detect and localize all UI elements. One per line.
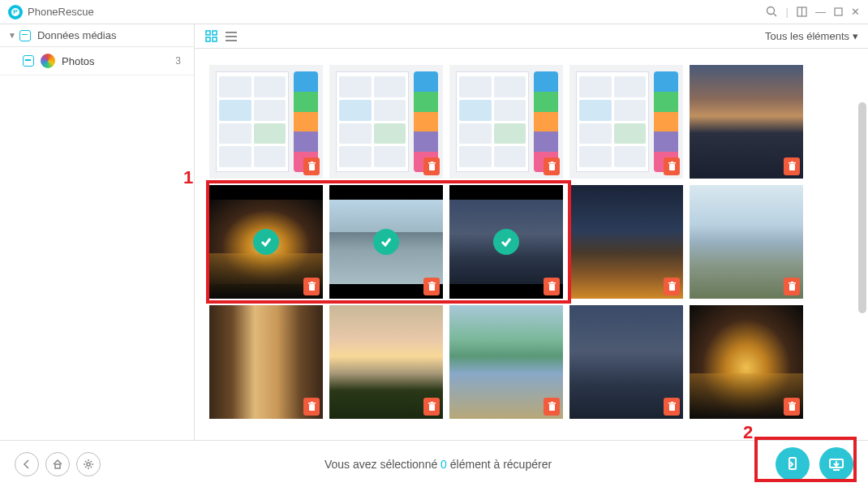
footer: Vous avez sélectionné 0 élément à récupé… [0, 440, 868, 487]
photo-thumbnail[interactable] [569, 65, 683, 179]
minimize-button[interactable]: — [815, 6, 826, 18]
tree-collapse-icon[interactable]: ▼ [8, 31, 16, 40]
trash-icon [544, 398, 560, 416]
settings-button[interactable] [76, 452, 101, 476]
window-controls: | — ✕ [766, 6, 860, 18]
svg-rect-4 [835, 8, 842, 15]
photo-thumbnail[interactable] [690, 305, 803, 419]
svg-rect-23 [671, 162, 673, 162]
item-checkbox[interactable] [23, 55, 34, 67]
photo-thumbnail[interactable] [449, 305, 563, 419]
svg-rect-46 [428, 403, 436, 404]
photo-thumbnail[interactable] [209, 185, 323, 299]
grid-view-button[interactable] [204, 29, 219, 44]
svg-rect-22 [668, 162, 676, 164]
selected-count: 0 [440, 458, 447, 471]
selected-checkmark-icon [253, 229, 279, 255]
trash-icon [784, 278, 800, 295]
title-bar: P PhoneRescue | — ✕ [0, 0, 868, 24]
photos-icon [41, 54, 55, 68]
list-view-button[interactable] [224, 29, 238, 44]
svg-rect-53 [671, 402, 673, 403]
trash-icon [664, 157, 680, 175]
maximize-button[interactable] [834, 7, 843, 16]
svg-rect-34 [548, 282, 556, 284]
photo-grid [209, 65, 853, 419]
panel-toggle-icon[interactable] [797, 6, 807, 17]
trash-icon [423, 157, 440, 175]
filter-dropdown[interactable]: Tous les éléments ▾ [765, 30, 858, 42]
svg-rect-49 [548, 403, 556, 404]
svg-rect-29 [311, 282, 313, 282]
svg-rect-20 [551, 162, 553, 162]
category-checkbox[interactable] [19, 30, 31, 41]
svg-rect-13 [308, 162, 316, 164]
photo-grid-area [195, 49, 868, 440]
svg-rect-39 [789, 284, 795, 291]
trash-icon [423, 278, 440, 295]
trash-icon [784, 398, 800, 416]
svg-rect-6 [213, 31, 217, 35]
trash-icon [423, 398, 440, 416]
svg-rect-48 [549, 404, 555, 411]
back-button[interactable] [15, 452, 39, 476]
svg-rect-36 [669, 284, 675, 291]
photo-thumbnail[interactable] [209, 305, 323, 419]
photo-thumbnail[interactable] [690, 185, 803, 299]
trash-icon [303, 398, 320, 416]
photo-thumbnail[interactable] [329, 185, 443, 299]
svg-rect-15 [429, 164, 435, 170]
svg-rect-17 [431, 162, 433, 162]
svg-rect-40 [789, 282, 796, 284]
recover-to-computer-button[interactable] [819, 447, 853, 481]
svg-rect-7 [206, 37, 210, 41]
svg-rect-42 [309, 404, 315, 411]
photo-thumbnail[interactable] [690, 65, 803, 179]
svg-rect-37 [668, 282, 676, 284]
trash-icon [303, 157, 320, 175]
main-toolbar: Tous les éléments ▾ [195, 24, 868, 49]
svg-rect-57 [55, 464, 60, 468]
svg-rect-8 [213, 37, 217, 41]
trash-icon [544, 157, 560, 175]
recover-to-device-button[interactable] [776, 447, 810, 481]
app-title: PhoneRescue [28, 6, 94, 18]
svg-line-1 [773, 14, 776, 17]
trash-icon [664, 398, 680, 416]
photo-thumbnail[interactable] [569, 305, 683, 419]
trash-icon [544, 278, 560, 295]
svg-rect-32 [431, 282, 433, 282]
svg-rect-38 [671, 282, 673, 282]
svg-rect-19 [548, 162, 556, 164]
svg-rect-35 [551, 282, 553, 282]
annotation-1: 1 [183, 167, 193, 188]
sidebar-category[interactable]: ▼ Données médias [0, 24, 194, 47]
svg-rect-33 [549, 284, 555, 291]
svg-rect-18 [549, 164, 555, 170]
photo-thumbnail[interactable] [449, 65, 563, 179]
photo-thumbnail[interactable] [569, 185, 683, 299]
svg-rect-55 [789, 403, 796, 404]
sidebar: ▼ Données médias Photos 3 [0, 24, 195, 440]
svg-rect-51 [669, 404, 675, 411]
search-icon[interactable] [766, 6, 778, 18]
scrollbar[interactable] [858, 102, 866, 313]
divider: | [786, 6, 789, 18]
main-panel: Tous les éléments ▾ [195, 24, 868, 440]
svg-rect-5 [206, 31, 210, 35]
photo-thumbnail[interactable] [329, 305, 443, 419]
home-button[interactable] [45, 452, 70, 476]
photo-thumbnail[interactable] [329, 65, 443, 179]
svg-rect-31 [428, 282, 436, 284]
svg-rect-52 [668, 403, 676, 404]
status-text: Vous avez sélectionné 0 élément à récupé… [101, 458, 776, 471]
svg-point-58 [87, 463, 90, 466]
svg-rect-12 [309, 164, 315, 170]
svg-rect-28 [308, 282, 316, 284]
svg-rect-44 [311, 402, 313, 403]
trash-icon [784, 157, 800, 175]
close-button[interactable]: ✕ [851, 6, 860, 18]
photo-thumbnail[interactable] [449, 185, 563, 299]
sidebar-item-photos[interactable]: Photos 3 [0, 47, 194, 75]
photo-thumbnail[interactable] [209, 65, 323, 179]
